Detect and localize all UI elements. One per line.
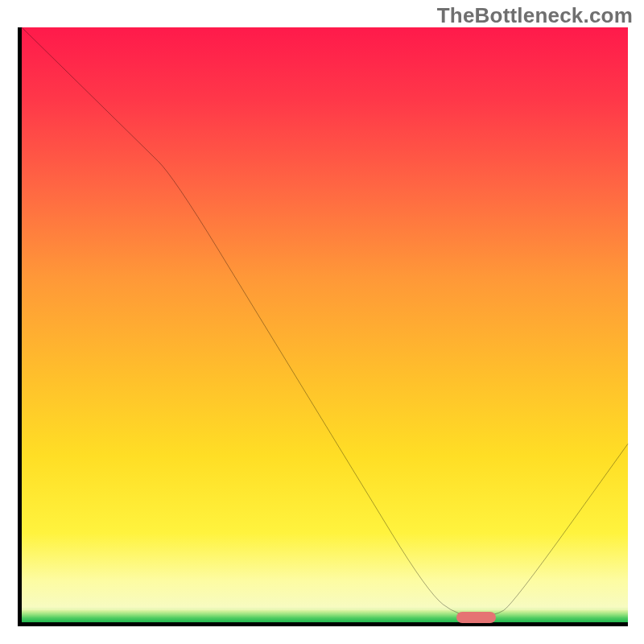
- optimal-marker: [456, 612, 496, 623]
- watermark-text: TheBottleneck.com: [437, 3, 633, 28]
- curve-layer: [22, 27, 628, 622]
- chart-container: TheBottleneck.com: [0, 0, 644, 644]
- plot-area: [18, 27, 628, 626]
- bottleneck-curve: [22, 27, 628, 617]
